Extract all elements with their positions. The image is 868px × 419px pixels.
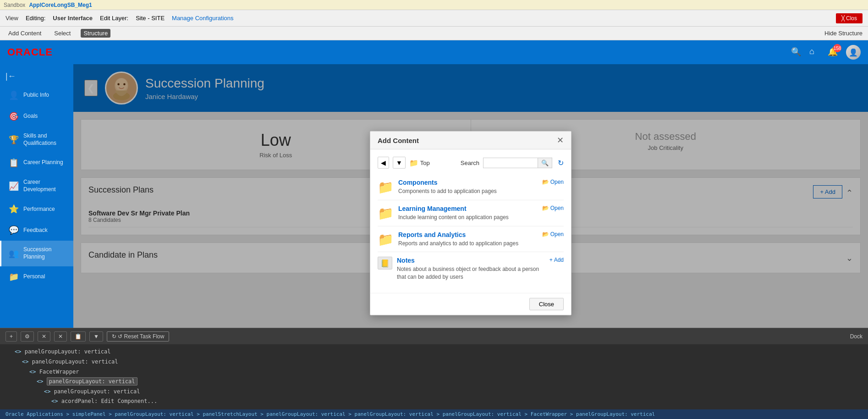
reset-label: ↺ Reset Task Flow xyxy=(118,333,164,340)
career-planning-icon: 📋 xyxy=(9,158,19,168)
modal-dropdown-button[interactable]: ▼ xyxy=(393,157,406,169)
components-open-label: Open xyxy=(550,179,564,185)
code-tag-2: <> xyxy=(22,358,28,365)
performance-icon: ⭐ xyxy=(9,204,19,214)
add-content-bar-button[interactable]: Add Content xyxy=(5,29,44,38)
sidebar-label-skills: Skills and Qualifications xyxy=(23,132,66,147)
tree-line-4[interactable]: <> panelGroupLayout: vertical xyxy=(7,377,861,387)
modal-item-components: 📁 Components Components to add to applic… xyxy=(378,174,564,200)
notes-add-label: Add xyxy=(554,257,564,263)
sidebar-item-feedback[interactable]: 💬 Feedback xyxy=(0,220,73,241)
notification-badge[interactable]: 🔔 158 xyxy=(828,47,839,58)
dev-cancel-button[interactable]: ✕ xyxy=(54,331,67,342)
breadcrumb-path: Oracle Applications > simplePanel > pane… xyxy=(0,409,868,419)
hide-structure-link[interactable]: Hide Structure xyxy=(824,30,863,37)
sidebar-item-succession[interactable]: 👥 Succession Planning xyxy=(0,241,73,266)
public-info-icon: 👤 xyxy=(9,90,19,100)
components-content: Components Components to add to applicat… xyxy=(398,179,538,195)
structure-bar-button[interactable]: Structure xyxy=(81,29,110,38)
reports-desc: Reports and analytics to add to applicat… xyxy=(398,239,538,247)
notes-icon: 📒 xyxy=(378,257,392,270)
modal-item-reports: 📁 Reports and Analytics Reports and anal… xyxy=(378,226,564,252)
dev-close-button[interactable]: ✕ xyxy=(38,331,50,342)
learning-title[interactable]: Learning Management xyxy=(398,205,538,212)
dev-settings-button[interactable]: ⚙ xyxy=(21,331,34,342)
notes-add-icon: + xyxy=(549,257,553,263)
breadcrumb-folder: 📁 Top xyxy=(409,158,430,167)
editing-value: User Interface xyxy=(53,15,93,22)
reports-action: 📂 Open xyxy=(542,231,564,237)
sidebar-item-skills[interactable]: 🏆 Skills and Qualifications xyxy=(0,127,73,152)
dev-dropdown-button[interactable]: ▼ xyxy=(89,331,103,342)
oracle-logo: ORACLE xyxy=(7,46,53,58)
dev-add-button[interactable]: + xyxy=(5,331,17,342)
notification-count: 158 xyxy=(833,44,841,52)
modal-footer: Close xyxy=(370,293,571,315)
edit-bar-right: ╳ Clos xyxy=(836,13,863,23)
tree-line-3: <> FacetWrapper xyxy=(7,367,861,377)
sidebar-item-personal[interactable]: 📁 Personal xyxy=(0,266,73,287)
notes-desc: Notes about a business object or feedbac… xyxy=(397,265,545,281)
edit-layer-label: Edit Layer: xyxy=(100,15,128,22)
tree-line-2: <> panelGroupLayout: vertical xyxy=(7,357,861,367)
sidebar-label-public-info: Public Info xyxy=(23,92,49,99)
sidebar-label-performance: Performance xyxy=(23,206,55,213)
sidebar-label-career-planning: Career Planning xyxy=(23,159,63,166)
edit-bar: View Editing: User Interface Edit Layer:… xyxy=(0,10,868,27)
modal-body: ◀ ▼ 📁 Top Search 🔍 ↻ xyxy=(370,149,571,293)
skills-icon: 🏆 xyxy=(9,135,19,145)
search-input[interactable] xyxy=(483,157,538,168)
breadcrumb-folder-icon: 📁 xyxy=(409,158,418,167)
sidebar-item-goals[interactable]: 🎯 Goals xyxy=(0,106,73,127)
select-bar-button[interactable]: Select xyxy=(51,29,73,38)
breadcrumb-top: Top xyxy=(420,159,430,166)
notes-add-link[interactable]: + Add xyxy=(549,257,564,263)
editing-label: Editing: xyxy=(26,15,45,22)
reports-open-label: Open xyxy=(550,231,564,237)
sidebar-item-career-planning[interactable]: 📋 Career Planning xyxy=(0,152,73,173)
learning-desc: Include learning content on application … xyxy=(398,214,538,221)
sidebar-item-performance[interactable]: ⭐ Performance xyxy=(0,198,73,220)
reports-content: Reports and Analytics Reports and analyt… xyxy=(398,231,538,247)
manage-config-link[interactable]: Manage Configurations xyxy=(172,15,233,22)
notes-content: Notes Notes about a business object or f… xyxy=(397,257,545,281)
home-icon[interactable]: ⌂ xyxy=(809,47,820,58)
app-name[interactable]: ApplCoreLongSB_Meg1 xyxy=(29,2,92,8)
open-folder-icon: 📂 xyxy=(542,179,549,185)
reports-open-link[interactable]: 📂 Open xyxy=(542,231,564,237)
code-tag-5: <> xyxy=(44,388,50,395)
reports-title[interactable]: Reports and Analytics xyxy=(398,231,538,238)
sidebar-collapse-button[interactable]: |← xyxy=(0,68,73,85)
components-title[interactable]: Components xyxy=(398,179,538,186)
modal-item-learning: 📁 Learning Management Include learning c… xyxy=(378,200,564,226)
sidebar-item-career-dev[interactable]: 📈 Career Development xyxy=(0,173,73,198)
search-button[interactable]: 🔍 xyxy=(538,157,552,168)
learning-open-folder-icon: 📂 xyxy=(542,205,549,211)
user-avatar[interactable]: 👤 xyxy=(846,45,861,60)
reset-task-flow-button[interactable]: ↻ ↺ Reset Task Flow xyxy=(107,331,170,342)
search-icon[interactable]: 🔍 xyxy=(791,47,802,58)
view-label[interactable]: View xyxy=(5,15,18,22)
modal-close-footer-button[interactable]: Close xyxy=(529,298,564,310)
close-top-button[interactable]: ╳ Clos xyxy=(836,13,863,23)
reports-open-folder-icon: 📂 xyxy=(542,231,549,237)
components-action: 📂 Open xyxy=(542,179,564,185)
learning-open-label: Open xyxy=(550,205,564,211)
modal-back-button[interactable]: ◀ xyxy=(378,157,389,169)
modal-close-button[interactable]: ✕ xyxy=(557,136,564,144)
sandbox-label: Sandbox xyxy=(4,2,25,8)
modal-item-notes: 📒 Notes Notes about a business object or… xyxy=(378,252,564,286)
refresh-button[interactable]: ↻ xyxy=(558,158,564,167)
sidebar-label-career-dev: Career Development xyxy=(23,179,66,193)
reset-icon: ↻ xyxy=(112,333,116,340)
sidebar-label-feedback: Feedback xyxy=(23,227,48,234)
sandbox-bar: Sandbox ApplCoreLongSB_Meg1 xyxy=(0,0,868,10)
learning-open-link[interactable]: 📂 Open xyxy=(542,205,564,211)
components-open-link[interactable]: 📂 Open xyxy=(542,179,564,185)
dock-button[interactable]: Dock xyxy=(850,333,863,340)
notes-title[interactable]: Notes xyxy=(397,257,545,264)
sidebar-item-public-info[interactable]: 👤 Public Info xyxy=(0,85,73,106)
learning-action: 📂 Open xyxy=(542,205,564,211)
dev-copy-button[interactable]: 📋 xyxy=(71,331,86,342)
edit-layer-value: Site - SITE xyxy=(136,15,165,22)
